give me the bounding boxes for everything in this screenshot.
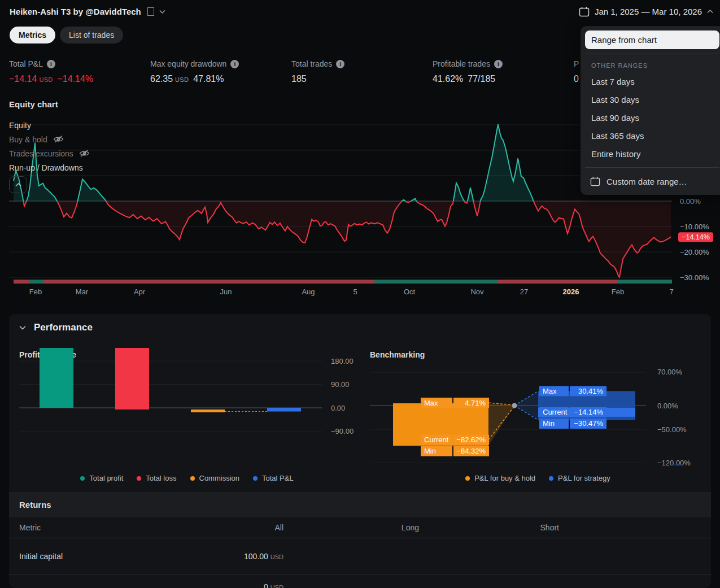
svg-text:Jun: Jun	[220, 288, 232, 296]
metric-3: Total tradesi185	[291, 59, 429, 84]
svg-text:−14.14%: −14.14%	[682, 233, 710, 241]
svg-text:90.00: 90.00	[331, 380, 350, 389]
metric-2: Max equity drawdowni62.35USD47.81%	[150, 59, 288, 84]
equity-chart-title: Equity chart	[9, 99, 58, 109]
svg-text:Aug: Aug	[302, 288, 315, 296]
equity-legend-run-up-drawdowns[interactable]: Run-up / Drawdowns	[9, 163, 83, 172]
chevron-up-icon	[707, 10, 713, 14]
menu-item-last-7-days[interactable]: Last 7 days	[585, 72, 719, 90]
table-row: Open P&L0USD	[9, 574, 711, 588]
profit-structure-legend: Total profitTotal lossCommissionTotal P&…	[9, 474, 365, 482]
title-emoji-placeholder	[147, 7, 154, 16]
date-range-menu: Range from chart OTHER RANGES Last 7 day…	[581, 26, 720, 195]
menu-item-entire-history[interactable]: Entire history	[585, 145, 719, 163]
menu-item-last-30-days[interactable]: Last 30 days	[585, 90, 719, 108]
svg-text:−20.00%: −20.00%	[680, 248, 709, 256]
benchmarking-chart: 70.00%0.00%−50.00%−120.00%Max4.71%Curren…	[365, 348, 711, 472]
metric-label: Total tradesi	[291, 59, 429, 69]
date-range-label: Jan 1, 2025 — Mar 10, 2026	[595, 7, 702, 16]
legend-item: P&L for strategy	[549, 474, 610, 482]
column-short: Short	[419, 523, 559, 532]
svg-text:5: 5	[353, 288, 357, 296]
info-icon[interactable]: i	[494, 60, 503, 68]
svg-text:0.00: 0.00	[331, 404, 345, 412]
chevron-up-icon	[15, 183, 21, 187]
legend-item: P&L for buy & hold	[465, 474, 535, 482]
metric-label: Profitable tradesi	[433, 59, 570, 69]
svg-text:27: 27	[520, 288, 528, 296]
calendar-icon	[590, 176, 600, 186]
svg-text:70.00%: 70.00%	[657, 368, 683, 376]
legend-dot	[549, 476, 553, 481]
svg-text:Nov: Nov	[470, 288, 484, 296]
legend-item: Total loss	[137, 474, 176, 482]
svg-text:Feb: Feb	[29, 288, 42, 296]
svg-text:−30.00%: −30.00%	[680, 273, 709, 282]
svg-text:Max: Max	[424, 399, 438, 407]
row-value-all: 0USD	[195, 582, 283, 588]
returns-section-header[interactable]: Returns	[9, 492, 711, 517]
metric-value: 185	[291, 74, 429, 84]
calendar-icon	[579, 6, 590, 17]
column-long: Long	[283, 523, 419, 532]
performance-card: Performance Profit structure Benchmarkin…	[9, 314, 711, 588]
returns-table-header: Metric All Long Short	[9, 517, 711, 538]
svg-text:Min: Min	[543, 419, 555, 428]
chevron-down-icon	[19, 325, 26, 330]
legend-item: Total P&L	[253, 474, 294, 482]
svg-text:−84.32%: −84.32%	[456, 447, 486, 455]
legend-dot	[137, 476, 141, 481]
metric-value: −14.14USD−14.14%	[9, 74, 147, 84]
eye-off-icon[interactable]	[53, 135, 64, 143]
strategy-selector[interactable]: Heiken-Ashi T3 by @DaviddTech	[10, 7, 165, 16]
svg-text:−10.00%: −10.00%	[680, 223, 709, 231]
svg-text:Min: Min	[424, 447, 436, 455]
column-metric: Metric	[19, 523, 41, 532]
menu-item-last-90-days[interactable]: Last 90 days	[585, 108, 719, 127]
menu-item-last-365-days[interactable]: Last 365 days	[585, 127, 719, 145]
date-range-button[interactable]: Jan 1, 2025 — Mar 10, 2026	[579, 6, 713, 17]
menu-divider	[585, 54, 719, 54]
chevron-down-icon	[159, 10, 165, 14]
collapse-chart-button[interactable]	[9, 176, 27, 193]
svg-text:Mar: Mar	[76, 288, 89, 296]
info-icon[interactable]: i	[230, 60, 239, 68]
performance-title: Performance	[34, 322, 93, 333]
legend-dot	[465, 476, 470, 481]
tab-metrics[interactable]: Metrics	[10, 27, 55, 43]
menu-item-range-from-chart[interactable]: Range from chart	[585, 31, 719, 49]
column-all: All	[195, 523, 283, 532]
metric-label: Max equity drawdowni	[150, 59, 288, 69]
metric-4: Profitable tradesi41.62%77/185	[433, 59, 570, 84]
equity-legend-buy-hold[interactable]: Buy & hold	[9, 134, 64, 144]
view-tabs: MetricsList of trades	[10, 27, 123, 43]
performance-section-toggle[interactable]: Performance	[19, 322, 93, 333]
menu-section-label: OTHER RANGES	[585, 59, 719, 72]
svg-text:Feb: Feb	[612, 288, 624, 296]
strategy-title: Heiken-Ashi T3 by @DaviddTech	[10, 7, 141, 16]
svg-text:7: 7	[669, 288, 673, 296]
svg-text:2026: 2026	[563, 288, 579, 296]
equity-legend-equity[interactable]: Equity	[9, 120, 31, 130]
legend-dot	[253, 476, 258, 481]
svg-text:Max: Max	[543, 387, 557, 395]
menu-divider	[585, 167, 719, 168]
info-icon[interactable]: i	[47, 60, 55, 68]
table-row: Initial capital100.00USD	[9, 538, 711, 575]
equity-legend-trades-excursions[interactable]: Trades excursions	[9, 149, 90, 158]
metric-1: Total P&Li−14.14USD−14.14%	[9, 59, 147, 84]
info-icon[interactable]: i	[336, 60, 344, 68]
svg-text:4.71%: 4.71%	[465, 399, 486, 407]
svg-text:−50.00%: −50.00%	[657, 425, 687, 434]
tab-list-of-trades[interactable]: List of trades	[60, 27, 123, 43]
svg-text:−14.14%: −14.14%	[574, 408, 603, 416]
returns-title: Returns	[19, 500, 51, 509]
menu-item-custom-date-range[interactable]: Custom date range…	[585, 172, 719, 190]
profit-structure-chart: 270.00180.0090.000.00−90.00	[9, 348, 365, 472]
metric-value: 41.62%77/185	[433, 74, 570, 84]
svg-text:0.00%: 0.00%	[657, 402, 678, 410]
svg-text:Apr: Apr	[134, 288, 146, 296]
svg-text:180.00: 180.00	[331, 357, 354, 365]
eye-off-icon[interactable]	[79, 149, 90, 158]
metric-value: 62.35USD47.81%	[150, 74, 288, 84]
